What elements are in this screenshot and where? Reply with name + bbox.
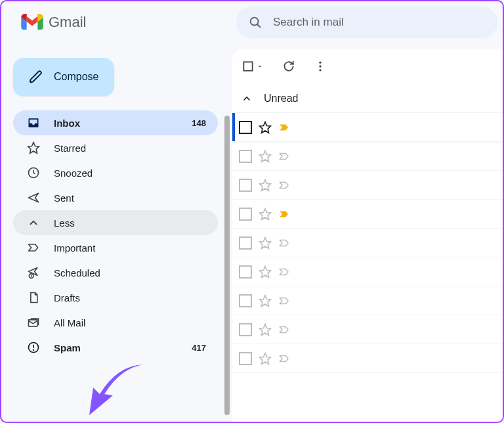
sidebar-item-starred[interactable]: Starred — [13, 135, 218, 160]
row-checkbox[interactable] — [239, 236, 252, 250]
sidebar-label: All Mail — [54, 317, 206, 328]
chevron-up-icon — [242, 93, 252, 104]
brand-name: Gmail — [49, 14, 86, 31]
row-checkbox[interactable] — [239, 150, 252, 163]
chevron-up-icon — [26, 217, 41, 229]
sidebar-item-scheduled[interactable]: Scheduled — [13, 260, 218, 285]
star-icon — [26, 141, 41, 154]
important-icon[interactable] — [278, 208, 290, 220]
sidebar-item-spam[interactable]: Spam 417 — [13, 335, 218, 360]
important-icon[interactable] — [278, 324, 290, 336]
svg-marker-19 — [260, 295, 271, 306]
refresh-button[interactable] — [282, 60, 295, 73]
svg-marker-14 — [260, 150, 271, 162]
svg-rect-9 — [243, 62, 252, 70]
svg-point-12 — [319, 69, 321, 71]
sidebar-item-important[interactable]: Important — [13, 235, 218, 260]
search-bar[interactable] — [236, 7, 497, 38]
select-all-checkbox[interactable] — [242, 60, 264, 73]
mail-content-redacted — [297, 291, 496, 311]
sidebar-label: Snoozed — [54, 167, 206, 179]
star-icon[interactable] — [259, 208, 272, 221]
important-icon[interactable] — [278, 179, 290, 191]
svg-marker-18 — [260, 266, 271, 277]
svg-marker-21 — [260, 353, 271, 364]
svg-marker-17 — [260, 237, 271, 248]
sidebar-item-inbox[interactable]: Inbox 148 — [13, 110, 218, 135]
inbox-icon — [26, 116, 41, 129]
scrollbar[interactable] — [224, 116, 230, 415]
mail-section-header[interactable]: Unread — [232, 84, 503, 113]
allmail-icon — [26, 316, 41, 329]
star-icon[interactable] — [259, 179, 272, 192]
mail-content-redacted — [297, 349, 496, 368]
clock-icon — [26, 166, 41, 179]
mail-row[interactable] — [232, 286, 503, 315]
important-icon[interactable] — [278, 295, 290, 307]
important-icon[interactable] — [278, 122, 290, 133]
svg-marker-20 — [260, 324, 271, 335]
mail-row[interactable] — [232, 344, 503, 373]
compose-button[interactable]: Compose — [13, 58, 114, 96]
sidebar-label: Important — [54, 242, 206, 254]
mail-row[interactable] — [232, 257, 503, 286]
row-checkbox[interactable] — [239, 179, 252, 192]
mail-content-redacted — [297, 320, 496, 340]
compose-label: Compose — [54, 71, 98, 83]
star-icon[interactable] — [259, 150, 272, 163]
sidebar-count: 417 — [192, 343, 206, 353]
sidebar-item-sent[interactable]: Sent — [13, 185, 218, 210]
star-icon[interactable] — [259, 236, 272, 250]
send-icon — [26, 191, 41, 204]
row-checkbox[interactable] — [239, 265, 252, 278]
mail-content-redacted — [297, 175, 496, 195]
important-icon[interactable] — [278, 266, 290, 278]
star-icon[interactable] — [259, 265, 272, 278]
star-icon[interactable] — [259, 352, 272, 365]
row-checkbox[interactable] — [239, 323, 252, 336]
mail-row[interactable] — [232, 315, 503, 344]
mail-row[interactable] — [232, 229, 503, 257]
row-checkbox[interactable] — [239, 208, 252, 221]
sidebar-label: Sent — [54, 192, 206, 204]
gmail-logo-icon — [21, 14, 43, 31]
search-icon — [248, 15, 262, 30]
mail-row[interactable] — [232, 113, 503, 142]
sidebar-item-snoozed[interactable]: Snoozed — [13, 160, 218, 185]
spam-icon — [26, 341, 41, 354]
row-checkbox[interactable] — [239, 294, 252, 307]
star-icon[interactable] — [259, 121, 272, 134]
mail-content-redacted — [297, 233, 496, 253]
star-icon[interactable] — [259, 294, 272, 307]
svg-marker-2 — [28, 143, 39, 154]
mail-row[interactable] — [232, 200, 503, 229]
mail-row[interactable] — [232, 171, 503, 200]
search-input[interactable] — [273, 16, 486, 29]
important-icon[interactable] — [278, 237, 290, 249]
sidebar-count: 148 — [192, 118, 206, 128]
svg-point-11 — [319, 65, 321, 67]
brand: Gmail — [1, 14, 236, 31]
pencil-icon — [29, 70, 43, 84]
sidebar-label: Less — [54, 217, 206, 229]
row-checkbox[interactable] — [239, 352, 252, 365]
svg-marker-16 — [260, 208, 271, 219]
mail-content-redacted — [297, 146, 496, 166]
sidebar-item-allmail[interactable]: All Mail — [13, 310, 218, 335]
row-checkbox[interactable] — [239, 121, 252, 134]
more-button[interactable] — [314, 60, 327, 73]
svg-point-8 — [33, 349, 34, 350]
sidebar-item-less[interactable]: Less — [13, 210, 218, 235]
sidebar-label: Starred — [54, 143, 206, 154]
important-icon[interactable] — [278, 150, 290, 162]
sidebar-item-drafts[interactable]: Drafts — [13, 285, 218, 310]
star-icon[interactable] — [259, 323, 272, 336]
sidebar-label: Spam — [54, 342, 178, 353]
mailbox: Unread — [232, 49, 503, 422]
important-icon[interactable] — [278, 353, 290, 365]
svg-marker-15 — [260, 179, 271, 190]
mail-row[interactable] — [232, 142, 503, 171]
svg-line-1 — [257, 24, 260, 27]
scheduled-icon — [26, 266, 41, 279]
sidebar-label: Drafts — [54, 292, 206, 303]
